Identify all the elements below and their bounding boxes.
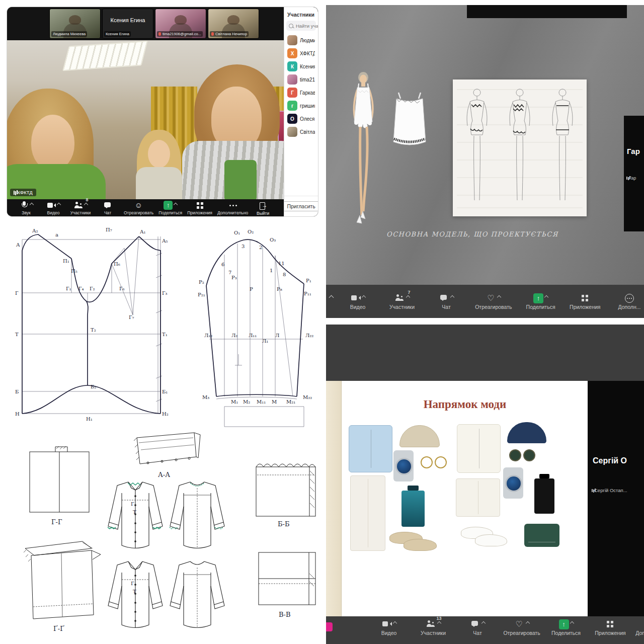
toolbar-button[interactable]: Отреагировать	[124, 201, 153, 215]
toolbar-button[interactable]: 13 Участники	[419, 619, 448, 636]
screenshot-collage: Людмила Михеева Ксения Егина Ксения Егин…	[0, 0, 644, 644]
video-thumbnails-strip: Людмила Михеева Ксения Егина Ксения Егин…	[7, 7, 318, 40]
toolbar-button[interactable]: Приложения	[571, 293, 600, 310]
toolbar-icon	[382, 619, 392, 629]
participants-search[interactable]	[286, 21, 316, 31]
participant-name: Гар	[629, 176, 636, 181]
toolbar-button[interactable]: Отреагировать	[476, 293, 511, 310]
svg-text:М₁₁: М₁₁	[257, 399, 266, 405]
toolbar-button[interactable]: Видео	[374, 619, 404, 636]
participant-name-big: Сергій О	[593, 456, 644, 465]
chevron-up-icon[interactable]	[392, 621, 396, 625]
invite-button[interactable]: Пригласить	[284, 201, 318, 211]
svg-text:Г₄: Г₄	[78, 286, 84, 291]
toolbar-icon	[20, 201, 29, 210]
toolbar-button[interactable]: Чат	[463, 619, 492, 636]
svg-text:М: М	[272, 399, 277, 405]
svg-text:Р₂: Р₂	[199, 279, 204, 285]
participant-name: Олеся	[300, 116, 314, 122]
toolbar-button[interactable]: Приложения	[187, 201, 212, 215]
toolbar-button[interactable]: Чат	[432, 293, 461, 310]
toolbar-button[interactable]: Дополн...	[615, 293, 644, 310]
toolbar-button[interactable]: Поделиться	[551, 619, 581, 636]
toolbar-button[interactable]: Поделиться	[526, 293, 555, 310]
toolbar-icon	[351, 293, 361, 303]
svg-text:Л₂: Л₂	[231, 333, 237, 338]
search-input[interactable]	[295, 23, 318, 29]
chevron-up-icon[interactable]	[570, 621, 574, 625]
chevron-up-icon[interactable]	[544, 295, 548, 299]
svg-text:Г₇: Г₇	[129, 314, 134, 320]
toolbar-label: Звук	[22, 210, 30, 215]
participant-row[interactable]: Світлана Н	[284, 125, 318, 138]
video-thumbnail[interactable]: Світлана Нечипор	[208, 9, 259, 39]
svg-text:Р: Р	[250, 286, 253, 292]
toolbar-label: Приложения	[570, 304, 600, 310]
toolbar-button[interactable]: Видео	[42, 201, 64, 215]
chevron-up-icon[interactable]	[450, 295, 454, 299]
toolbar-button[interactable]: Видео	[343, 293, 372, 310]
participant-row[interactable]: К Ксения Еги	[284, 60, 318, 73]
chevron-up-icon[interactable]	[56, 202, 60, 206]
svg-text:А₁: А₁	[140, 229, 146, 234]
svg-text:Р₈: Р₈	[277, 286, 282, 292]
chevron-up-icon[interactable]	[29, 202, 33, 206]
svg-text:Г: Г	[131, 581, 134, 586]
video-thumbnail[interactable]: Ксения Егина Ксения Егина	[102, 9, 153, 39]
participant-row[interactable]: Людмила М	[284, 34, 318, 47]
toolbar-button[interactable]: Приложения	[596, 619, 625, 636]
shirt-white	[457, 424, 501, 473]
audio-bars-icon	[14, 191, 15, 195]
participant-row[interactable]: О Олеся	[284, 112, 318, 125]
toolbar-button[interactable]: Дополнительно	[640, 619, 644, 636]
toolbar-button[interactable]: Дополнительно	[217, 201, 248, 215]
chevron-up-icon[interactable]	[481, 621, 485, 625]
leave-button[interactable]: Выйти	[257, 201, 269, 216]
chevron-up-icon[interactable]	[437, 621, 441, 625]
toolbar-label: Дополн...	[618, 304, 640, 310]
toolbar-icon	[228, 201, 237, 210]
participant-name-label: tima21906@gmail.co...	[157, 31, 203, 37]
video-thumbnail[interactable]: tima21906@gmail.co...	[155, 9, 206, 39]
participant-row[interactable]: Х ХФКТД (Ор	[284, 47, 318, 60]
toolbar-button[interactable]: 7 Участники	[387, 293, 417, 310]
svg-text:А: А	[16, 242, 20, 248]
wristwatch-2	[503, 467, 523, 499]
participant-row[interactable]: tima21906	[284, 73, 318, 86]
toolbar-icon	[195, 201, 204, 210]
toolbar-label: Чат	[104, 210, 111, 215]
chevron-up-icon[interactable]	[174, 202, 178, 206]
svg-text:П₅: П₅	[71, 268, 77, 274]
toolbar-label: Поделиться	[551, 630, 581, 636]
slide-title: Напрямок моди	[356, 398, 574, 411]
toolbar-label: Видео	[47, 210, 60, 215]
count-badge: 7	[408, 290, 410, 295]
svg-text:Т₁: Т₁	[162, 332, 168, 337]
participants-panel-footer: Пригласить	[284, 196, 318, 216]
chevron-up-icon[interactable]	[361, 295, 365, 299]
chevron-up-icon[interactable]	[84, 202, 88, 206]
toolbar-button[interactable]: Чат	[97, 201, 119, 215]
avatar: Г	[287, 88, 297, 98]
participant-row[interactable]: Г Гаркавенк	[284, 86, 318, 99]
croquis-figures	[453, 79, 587, 216]
cardholder-green	[524, 524, 559, 547]
person-center-face	[148, 140, 170, 168]
toolbar-button[interactable]: Поделиться	[158, 201, 182, 215]
chevron-up-icon[interactable]	[497, 295, 501, 299]
video-thumbnail[interactable]: Людмила Михеева	[49, 9, 101, 39]
toolbar-button[interactable]: Отреагировать	[507, 619, 536, 636]
chevron-up-icon[interactable]	[525, 621, 529, 625]
cap-navy	[507, 422, 546, 443]
toolbar-icon	[470, 619, 480, 629]
toolbar-button[interactable]: Звук	[15, 201, 37, 215]
slide-caption: ОСНОВНА МОДЕЛЬ, ЩО ПРОЕКТУЄТЬСЯ	[386, 230, 568, 238]
meeting-toolbar: Звук Видео 8 Участники Чат	[7, 199, 318, 216]
participant-row[interactable]: г гришина Е	[284, 99, 318, 112]
person-right-shirt	[224, 160, 257, 199]
svg-text:М₂₂: М₂₂	[303, 394, 312, 400]
chevron-up-icon[interactable]	[406, 295, 410, 299]
zoom-meeting-window: Людмила Михеева Ксения Егина Ксения Егин…	[7, 7, 318, 216]
sneakers	[461, 526, 507, 547]
toolbar-button[interactable]: 8 Участники	[69, 201, 92, 215]
